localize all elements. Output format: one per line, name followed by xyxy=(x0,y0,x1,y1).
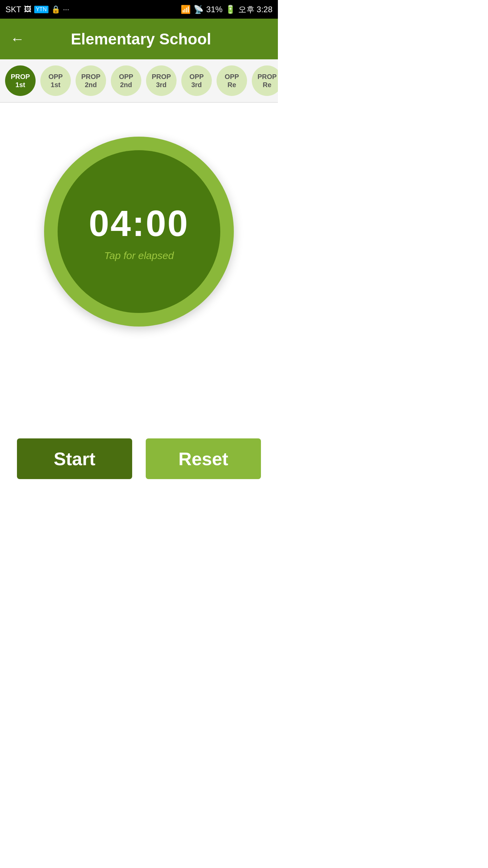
bottom-buttons: Start Reset xyxy=(0,428,278,489)
tab-prop-3rd[interactable]: PROP 3rd xyxy=(146,65,177,96)
time-label: 오후 3:28 xyxy=(238,4,272,15)
tab-opp-re[interactable]: OPP Re xyxy=(217,65,247,96)
main-content: 04:00 Tap for elapsed xyxy=(0,103,278,428)
status-left: SKT 🖼 YTN 🔒 ··· xyxy=(5,5,69,14)
wifi-icon: 📶 xyxy=(181,5,191,14)
timer-container[interactable]: 04:00 Tap for elapsed xyxy=(44,137,234,327)
status-right: 📶 📡 31% 🔋 오후 3:28 xyxy=(181,4,272,15)
timer-outer-ring: 04:00 Tap for elapsed xyxy=(44,137,234,327)
battery-label: 31% xyxy=(206,5,223,14)
tab-opp-1st[interactable]: OPP 1st xyxy=(40,65,71,96)
timer-display: 04:00 xyxy=(89,202,189,244)
signal-icon: 📡 xyxy=(194,5,204,14)
lock-icon: 🔒 xyxy=(51,5,60,14)
tab-prop-2nd[interactable]: PROP 2nd xyxy=(76,65,106,96)
page-title: Elementary School xyxy=(35,30,247,48)
tab-opp-2nd[interactable]: OPP 2nd xyxy=(111,65,141,96)
reset-button[interactable]: Reset xyxy=(146,438,261,479)
timer-inner-circle[interactable]: 04:00 Tap for elapsed xyxy=(58,150,220,313)
tab-prop-1st[interactable]: PROP 1st xyxy=(5,65,36,96)
start-button[interactable]: Start xyxy=(17,438,132,479)
timer-subtitle: Tap for elapsed xyxy=(104,250,174,261)
tab-opp-3rd[interactable]: OPP 3rd xyxy=(181,65,212,96)
back-button[interactable]: ← xyxy=(10,31,24,47)
tab-prop-re[interactable]: PROP Re xyxy=(252,65,278,96)
header: ← Elementary School xyxy=(0,19,278,59)
more-icon: ··· xyxy=(63,5,69,14)
carrier-label: SKT xyxy=(5,5,21,14)
tab-bar: PROP 1stOPP 1stPROP 2ndOPP 2ndPROP 3rdOP… xyxy=(0,59,278,103)
battery-icon: 🔋 xyxy=(225,5,236,14)
news-icon: YTN xyxy=(34,6,48,13)
status-bar: SKT 🖼 YTN 🔒 ··· 📶 📡 31% 🔋 오후 3:28 xyxy=(0,0,278,19)
photo-icon: 🖼 xyxy=(24,5,32,14)
